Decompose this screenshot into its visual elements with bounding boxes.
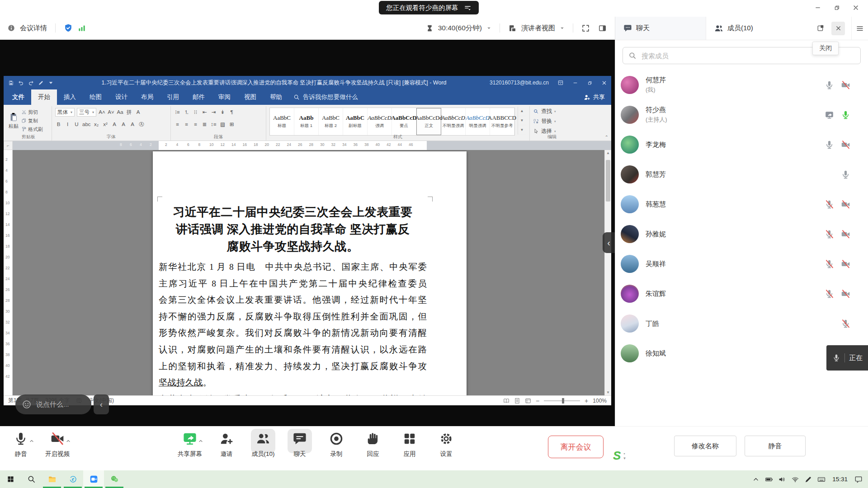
font-superscript-button[interactable]: x²: [102, 122, 109, 127]
tray-tray-keyboard[interactable]: [817, 475, 826, 483]
taskbar-win-search[interactable]: [21, 470, 42, 488]
paragraph-numbering-button[interactable]: ⒈: [183, 109, 190, 116]
word-tab-插入[interactable]: 插入: [57, 89, 83, 105]
tab-members[interactable]: 成员(10): [706, 17, 813, 40]
ime-logo[interactable]: S: [613, 450, 621, 461]
font-strikethrough-button[interactable]: abc: [82, 122, 91, 127]
paragraph-line-spacing-button[interactable]: ↕≡: [210, 122, 217, 127]
leave-meeting-button[interactable]: 离开会议: [548, 436, 604, 458]
font-character-border-button[interactable]: A: [135, 109, 142, 115]
tray-tray-battery[interactable]: [765, 475, 773, 483]
clipboard-copy-button[interactable]: 复制: [21, 117, 43, 124]
ime-mini-toolbar[interactable]: ▪▾: [623, 450, 626, 460]
font-italic-button[interactable]: I: [64, 122, 71, 127]
paragraph-decrease-indent-button[interactable]: ⇤: [201, 109, 208, 115]
word-tab-帮助[interactable]: 帮助: [263, 89, 289, 105]
toolbar-开启视频[interactable]: 开启视频: [43, 427, 72, 458]
cam-off-icon[interactable]: [841, 259, 850, 269]
caret-up-icon[interactable]: [198, 437, 203, 443]
font-text-effects-button[interactable]: A: [111, 122, 118, 127]
security-shield-icon[interactable]: [64, 23, 73, 33]
os-close-button[interactable]: [846, 0, 865, 15]
taskbar-meeting-app[interactable]: [83, 470, 104, 488]
network-signal-icon[interactable]: [77, 23, 86, 33]
tab-stop-selector[interactable]: ⌐: [4, 141, 13, 150]
word-tell-me[interactable]: 告诉我你想要做什么: [293, 89, 358, 105]
word-share-button[interactable]: 共享: [584, 89, 605, 105]
cam-off-icon[interactable]: [841, 200, 850, 209]
scroll-down-arrow[interactable]: ▼: [605, 390, 611, 394]
cam-off-icon[interactable]: [841, 80, 850, 90]
info-icon[interactable]: [7, 24, 15, 32]
mic-off-icon[interactable]: [825, 289, 834, 299]
caret-up-icon[interactable]: [66, 437, 71, 443]
mic-off-icon[interactable]: [841, 319, 850, 328]
paragraph-show-marks-button[interactable]: ¶: [228, 109, 235, 115]
style-不明显强调[interactable]: AaBbCcD不明显强调: [441, 108, 466, 135]
font-grow-font-button[interactable]: A˄: [99, 109, 105, 115]
word-tab-邮件[interactable]: 邮件: [186, 89, 212, 105]
quick-chat-collapse-button[interactable]: ‹: [94, 394, 109, 414]
style-标题 1[interactable]: AaBb标题 1: [294, 108, 319, 135]
word-tab-开始[interactable]: 开始: [31, 89, 57, 105]
horizontal-ruler[interactable]: 8642246810121416182022242628303234363840…: [13, 141, 611, 150]
word-minimize-button[interactable]: [568, 76, 582, 89]
fullscreen-icon[interactable]: [581, 24, 590, 33]
os-minimize-button[interactable]: [808, 0, 827, 15]
member-row[interactable]: 孙雅妮: [615, 219, 868, 249]
word-tab-审阅[interactable]: 审阅: [212, 89, 237, 105]
panel-collapse-handle[interactable]: ‹: [603, 232, 615, 253]
tray-tray-chevron[interactable]: [752, 475, 760, 483]
read-mode-icon[interactable]: [503, 398, 509, 404]
meeting-details-button[interactable]: 会议详情: [20, 24, 47, 33]
side-panel-icon[interactable]: [598, 24, 607, 33]
clipboard-cut-button[interactable]: 剪切: [21, 109, 43, 116]
paragraph-sort-button[interactable]: ↡: [219, 109, 226, 115]
member-row[interactable]: 朱谊辉: [615, 279, 868, 309]
panel-popout-button[interactable]: [813, 22, 827, 35]
font-phonetic-guide-button[interactable]: 拼: [126, 109, 132, 116]
styles-scroll-down[interactable]: ▼: [518, 116, 526, 126]
mic-off-icon[interactable]: [825, 259, 834, 269]
cam-off-icon[interactable]: [841, 230, 850, 239]
rename-button[interactable]: 修改名称: [674, 436, 736, 456]
font-size-select[interactable]: 三号▾: [77, 108, 96, 117]
paragraph-align-center-button[interactable]: ≡: [183, 122, 190, 127]
font-font-color-button[interactable]: A: [129, 122, 136, 127]
toolbar-聊天[interactable]: 聊天: [285, 427, 314, 458]
font-highlight-color-button[interactable]: A: [120, 122, 127, 127]
view-mode-selector[interactable]: 演讲者视图: [521, 24, 555, 33]
word-ribbon-display-button[interactable]: [553, 76, 568, 89]
toolbar-共享屏幕[interactable]: 共享屏幕: [175, 427, 204, 458]
document-page[interactable]: 习近平在二十届中央纪委三次全会上发表重要讲话强调 深入推进党的自我革命 坚决打赢…: [153, 151, 467, 395]
zoom-level[interactable]: 100%: [593, 398, 607, 404]
os-maximize-button[interactable]: [827, 0, 846, 15]
style-要点[interactable]: AaBbCcD要点: [392, 108, 416, 135]
toolbar-应用[interactable]: 应用: [395, 427, 424, 458]
font-bold-button[interactable]: B: [55, 122, 62, 127]
font-name-select[interactable]: 黑体▾: [55, 108, 75, 117]
word-tab-引用[interactable]: 引用: [160, 89, 186, 105]
style-副标题[interactable]: AaBbC副标题: [343, 108, 368, 135]
quick-chat-input[interactable]: 说点什么...: [15, 394, 91, 414]
style-不明显参考[interactable]: AABBCCD不明显参考: [490, 108, 514, 135]
ribbon-collapse-button[interactable]: ⌃: [605, 135, 609, 140]
mic-on-icon[interactable]: [825, 80, 834, 90]
word-close-button[interactable]: [597, 76, 611, 89]
vertical-ruler[interactable]: 24681012141618202224262830323436384042: [4, 150, 13, 395]
emoji-icon[interactable]: [22, 399, 32, 409]
taskbar-wechat[interactable]: [104, 470, 125, 488]
style-正文[interactable]: AaBbCcDd正文: [416, 108, 441, 135]
paragraph-shading-button[interactable]: ▨: [219, 121, 226, 127]
editing-find-button[interactable]: 查找▾: [533, 108, 571, 115]
scrollbar-thumb[interactable]: [606, 160, 610, 202]
sharing-icon[interactable]: [825, 110, 834, 120]
caret-up-icon[interactable]: [29, 437, 34, 443]
zoom-out-button[interactable]: −: [536, 397, 539, 404]
word-tab-绘图[interactable]: 绘图: [83, 89, 108, 105]
paragraph-borders-button[interactable]: ⊞: [228, 121, 235, 127]
member-row[interactable]: 符少燕(主持人): [615, 100, 868, 130]
word-tab-设计[interactable]: 设计: [108, 89, 134, 105]
toolbar-静音[interactable]: 静音: [6, 427, 35, 458]
tray-tray-pen[interactable]: [804, 475, 812, 483]
